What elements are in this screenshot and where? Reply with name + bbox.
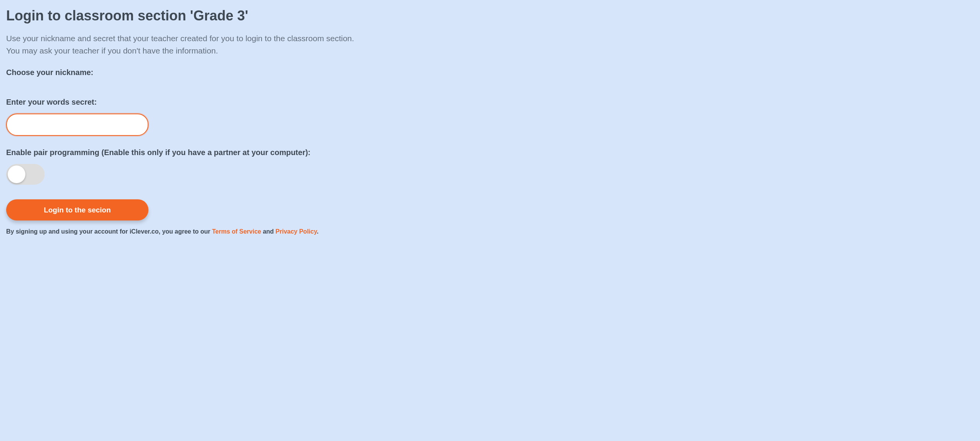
secret-label: Enter your words secret: [6,98,974,107]
footer-suffix: . [317,228,318,235]
login-button[interactable]: Login to the secion [6,199,148,220]
nickname-label: Choose your nickname: [6,68,974,77]
secret-input[interactable] [6,114,148,136]
footer-and: and [261,228,275,235]
agreement-footer: By signing up and using your account for… [6,228,974,235]
page-title: Login to classroom section 'Grade 3' [6,8,974,24]
description-line-2: You may ask your teacher if you don't ha… [6,46,218,55]
pair-programming-label: Enable pair programming (Enable this onl… [6,148,974,157]
page-description: Use your nickname and secret that your t… [6,32,974,57]
toggle-knob [8,165,25,183]
terms-of-service-link[interactable]: Terms of Service [212,228,261,235]
pair-programming-toggle[interactable] [6,164,45,185]
description-line-1: Use your nickname and secret that your t… [6,34,354,43]
privacy-policy-link[interactable]: Privacy Policy [275,228,317,235]
footer-prefix: By signing up and using your account for… [6,228,212,235]
